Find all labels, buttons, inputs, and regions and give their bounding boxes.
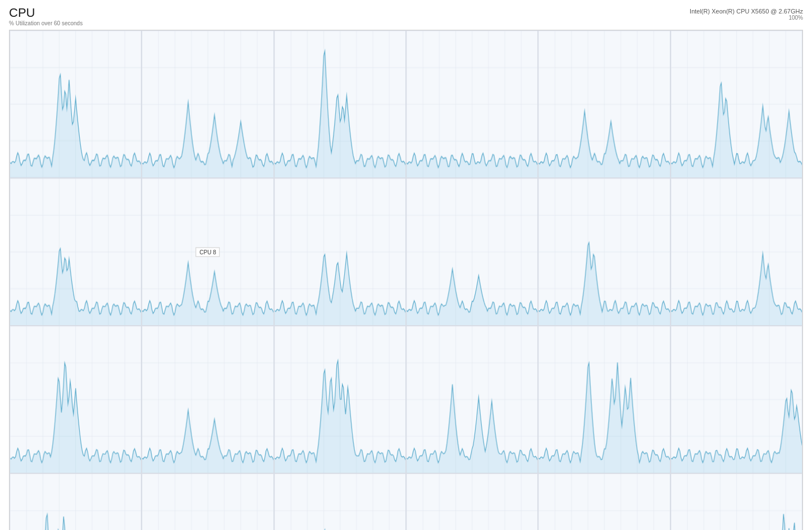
cpu-chart-7 <box>10 178 142 326</box>
cpu-chart-17 <box>538 326 670 473</box>
cpu-chart-1 <box>10 30 142 178</box>
cpu-chart-16 <box>406 326 538 473</box>
percent-max-label: 100% <box>690 15 803 21</box>
header-right: Intel(R) Xeon(R) CPU X5650 @ 2.67GHz 100… <box>690 6 803 21</box>
cpu-chart-2 <box>142 30 273 178</box>
cpu-chart-9 <box>274 178 406 326</box>
header: CPU % Utilization over 60 seconds Intel(… <box>9 6 803 29</box>
chart-subtitle: % Utilization over 60 seconds <box>9 20 83 26</box>
cpu-performance-page: CPU % Utilization over 60 seconds Intel(… <box>0 0 812 530</box>
charts-grid: CPU 8 <box>9 30 803 530</box>
cpu-chart-22 <box>406 473 538 530</box>
cpu-chart-5 <box>538 30 670 178</box>
cpu-chart-18 <box>670 326 802 473</box>
cpu-model-label: Intel(R) Xeon(R) CPU X5650 @ 2.67GHz <box>690 8 803 15</box>
cpu-chart-10 <box>406 178 538 326</box>
cpu-chart-23 <box>538 473 670 530</box>
page-title: CPU <box>9 6 83 20</box>
cpu-chart-19 <box>10 473 142 530</box>
cpu-chart-4 <box>406 30 538 178</box>
cpu-chart-14 <box>142 326 273 473</box>
cpu-chart-6 <box>670 30 802 178</box>
cpu-chart-3 <box>274 30 406 178</box>
cpu-chart-8: CPU 8 <box>142 178 273 326</box>
cpu-chart-15 <box>274 326 406 473</box>
cpu-chart-13 <box>10 326 142 473</box>
cpu-chart-24 <box>670 473 802 530</box>
cpu-chart-21 <box>274 473 406 530</box>
cpu-chart-20 <box>142 473 273 530</box>
cpu-chart-12 <box>670 178 802 326</box>
header-left: CPU % Utilization over 60 seconds <box>9 6 83 29</box>
cpu-chart-11 <box>538 178 670 326</box>
